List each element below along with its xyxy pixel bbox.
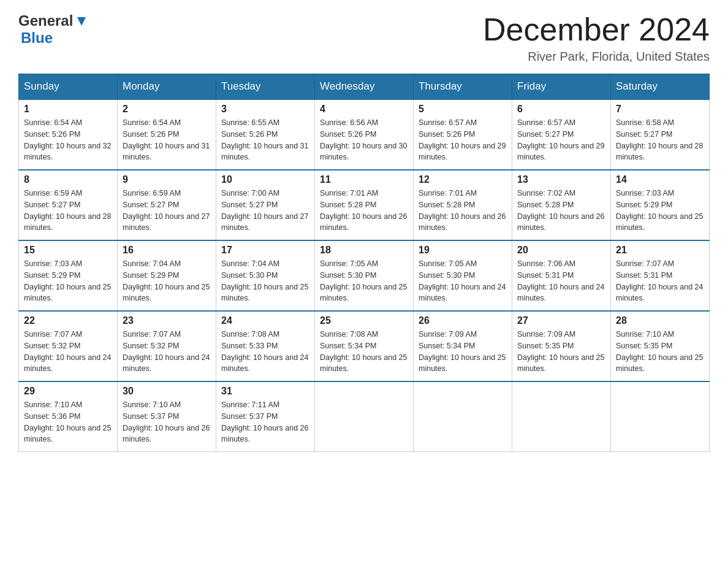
day-info: Sunrise: 7:02 AMSunset: 5:28 PMDaylight:… — [517, 188, 605, 234]
calendar-table: SundayMondayTuesdayWednesdayThursdayFrid… — [18, 74, 710, 452]
day-number: 10 — [221, 174, 309, 185]
calendar-cell: 9Sunrise: 6:59 AMSunset: 5:27 PMDaylight… — [118, 170, 216, 240]
day-number: 23 — [123, 315, 211, 326]
logo-text-blue: Blue — [21, 29, 53, 47]
calendar-cell: 13Sunrise: 7:02 AMSunset: 5:28 PMDayligh… — [512, 170, 611, 240]
calendar-cell: 5Sunrise: 6:57 AMSunset: 5:26 PMDaylight… — [414, 99, 512, 170]
day-number: 30 — [123, 386, 211, 397]
calendar-cell: 20Sunrise: 7:06 AMSunset: 5:31 PMDayligh… — [512, 240, 611, 311]
weekday-header-wednesday: Wednesday — [315, 74, 414, 100]
day-info: Sunrise: 6:58 AMSunset: 5:27 PMDaylight:… — [616, 117, 704, 163]
day-number: 27 — [517, 315, 605, 326]
day-info: Sunrise: 7:03 AMSunset: 5:29 PMDaylight:… — [616, 188, 704, 234]
calendar-cell — [414, 381, 512, 452]
weekday-header-tuesday: Tuesday — [216, 74, 315, 100]
calendar-week-row: 15Sunrise: 7:03 AMSunset: 5:29 PMDayligh… — [19, 240, 710, 311]
day-number: 21 — [616, 245, 704, 256]
day-number: 12 — [419, 174, 507, 185]
weekday-header-saturday: Saturday — [611, 74, 710, 100]
calendar-cell: 16Sunrise: 7:04 AMSunset: 5:29 PMDayligh… — [118, 240, 216, 311]
day-info: Sunrise: 7:10 AMSunset: 5:35 PMDaylight:… — [616, 329, 704, 375]
calendar-cell: 29Sunrise: 7:10 AMSunset: 5:36 PMDayligh… — [19, 381, 118, 452]
month-title: December 2024 — [483, 12, 710, 47]
day-info: Sunrise: 6:54 AMSunset: 5:26 PMDaylight:… — [24, 117, 112, 163]
calendar-cell: 26Sunrise: 7:09 AMSunset: 5:34 PMDayligh… — [414, 311, 512, 381]
day-info: Sunrise: 6:56 AMSunset: 5:26 PMDaylight:… — [320, 117, 408, 163]
calendar-week-row: 22Sunrise: 7:07 AMSunset: 5:32 PMDayligh… — [19, 311, 710, 381]
day-number: 3 — [221, 104, 309, 115]
day-info: Sunrise: 7:08 AMSunset: 5:33 PMDaylight:… — [221, 329, 309, 375]
day-number: 14 — [616, 174, 704, 185]
day-number: 5 — [419, 104, 507, 115]
calendar-cell: 7Sunrise: 6:58 AMSunset: 5:27 PMDaylight… — [611, 99, 710, 170]
logo-text-general: General — [18, 12, 73, 29]
logo-chevron-icon — [75, 15, 88, 28]
day-info: Sunrise: 7:09 AMSunset: 5:34 PMDaylight:… — [419, 329, 507, 375]
calendar-cell: 1Sunrise: 6:54 AMSunset: 5:26 PMDaylight… — [19, 99, 118, 170]
calendar-cell: 12Sunrise: 7:01 AMSunset: 5:28 PMDayligh… — [414, 170, 512, 240]
day-info: Sunrise: 7:01 AMSunset: 5:28 PMDaylight:… — [419, 188, 507, 234]
day-number: 9 — [123, 174, 211, 185]
svg-marker-0 — [77, 17, 86, 26]
day-info: Sunrise: 7:04 AMSunset: 5:30 PMDaylight:… — [221, 258, 309, 304]
day-info: Sunrise: 6:59 AMSunset: 5:27 PMDaylight:… — [123, 188, 211, 234]
day-number: 4 — [320, 104, 408, 115]
calendar-cell: 22Sunrise: 7:07 AMSunset: 5:32 PMDayligh… — [19, 311, 118, 381]
logo: General Blue — [18, 12, 88, 47]
calendar-header-row: SundayMondayTuesdayWednesdayThursdayFrid… — [19, 74, 710, 100]
day-number: 8 — [24, 174, 112, 185]
day-info: Sunrise: 6:55 AMSunset: 5:26 PMDaylight:… — [221, 117, 309, 163]
calendar-cell: 27Sunrise: 7:09 AMSunset: 5:35 PMDayligh… — [512, 311, 611, 381]
calendar-cell: 18Sunrise: 7:05 AMSunset: 5:30 PMDayligh… — [315, 240, 414, 311]
day-info: Sunrise: 7:10 AMSunset: 5:37 PMDaylight:… — [123, 399, 211, 445]
day-number: 26 — [419, 315, 507, 326]
day-number: 16 — [123, 245, 211, 256]
calendar-cell: 17Sunrise: 7:04 AMSunset: 5:30 PMDayligh… — [216, 240, 315, 311]
day-info: Sunrise: 7:00 AMSunset: 5:27 PMDaylight:… — [221, 188, 309, 234]
day-info: Sunrise: 7:03 AMSunset: 5:29 PMDaylight:… — [24, 258, 112, 304]
calendar-cell — [611, 381, 710, 452]
day-number: 2 — [123, 104, 211, 115]
calendar-cell: 25Sunrise: 7:08 AMSunset: 5:34 PMDayligh… — [315, 311, 414, 381]
day-info: Sunrise: 6:57 AMSunset: 5:27 PMDaylight:… — [517, 117, 605, 163]
calendar-cell: 8Sunrise: 6:59 AMSunset: 5:27 PMDaylight… — [19, 170, 118, 240]
day-info: Sunrise: 7:01 AMSunset: 5:28 PMDaylight:… — [320, 188, 408, 234]
day-number: 7 — [616, 104, 704, 115]
calendar-cell: 2Sunrise: 6:54 AMSunset: 5:26 PMDaylight… — [118, 99, 216, 170]
day-number: 29 — [24, 386, 112, 397]
calendar-cell: 3Sunrise: 6:55 AMSunset: 5:26 PMDaylight… — [216, 99, 315, 170]
day-number: 28 — [616, 315, 704, 326]
location-subtitle: River Park, Florida, United States — [483, 50, 710, 64]
calendar-week-row: 8Sunrise: 6:59 AMSunset: 5:27 PMDaylight… — [19, 170, 710, 240]
day-number: 11 — [320, 174, 408, 185]
day-info: Sunrise: 7:07 AMSunset: 5:31 PMDaylight:… — [616, 258, 704, 304]
day-number: 31 — [221, 386, 309, 397]
day-number: 20 — [517, 245, 605, 256]
calendar-cell — [512, 381, 611, 452]
calendar-cell: 6Sunrise: 6:57 AMSunset: 5:27 PMDaylight… — [512, 99, 611, 170]
calendar-cell: 23Sunrise: 7:07 AMSunset: 5:32 PMDayligh… — [118, 311, 216, 381]
calendar-cell: 15Sunrise: 7:03 AMSunset: 5:29 PMDayligh… — [19, 240, 118, 311]
day-number: 22 — [24, 315, 112, 326]
calendar-week-row: 1Sunrise: 6:54 AMSunset: 5:26 PMDaylight… — [19, 99, 710, 170]
weekday-header-sunday: Sunday — [19, 74, 118, 100]
calendar-cell: 30Sunrise: 7:10 AMSunset: 5:37 PMDayligh… — [118, 381, 216, 452]
title-block: December 2024 River Park, Florida, Unite… — [483, 12, 710, 64]
page-header: General Blue December 2024 River Park, F… — [18, 12, 710, 64]
day-info: Sunrise: 7:07 AMSunset: 5:32 PMDaylight:… — [24, 329, 112, 375]
day-info: Sunrise: 7:08 AMSunset: 5:34 PMDaylight:… — [320, 329, 408, 375]
calendar-cell: 21Sunrise: 7:07 AMSunset: 5:31 PMDayligh… — [611, 240, 710, 311]
day-info: Sunrise: 7:04 AMSunset: 5:29 PMDaylight:… — [123, 258, 211, 304]
calendar-cell: 31Sunrise: 7:11 AMSunset: 5:37 PMDayligh… — [216, 381, 315, 452]
calendar-cell: 11Sunrise: 7:01 AMSunset: 5:28 PMDayligh… — [315, 170, 414, 240]
day-number: 1 — [24, 104, 112, 115]
calendar-cell: 19Sunrise: 7:05 AMSunset: 5:30 PMDayligh… — [414, 240, 512, 311]
day-info: Sunrise: 7:05 AMSunset: 5:30 PMDaylight:… — [320, 258, 408, 304]
calendar-cell: 10Sunrise: 7:00 AMSunset: 5:27 PMDayligh… — [216, 170, 315, 240]
day-number: 15 — [24, 245, 112, 256]
day-info: Sunrise: 6:57 AMSunset: 5:26 PMDaylight:… — [419, 117, 507, 163]
day-number: 6 — [517, 104, 605, 115]
day-number: 18 — [320, 245, 408, 256]
day-number: 24 — [221, 315, 309, 326]
day-info: Sunrise: 7:07 AMSunset: 5:32 PMDaylight:… — [123, 329, 211, 375]
